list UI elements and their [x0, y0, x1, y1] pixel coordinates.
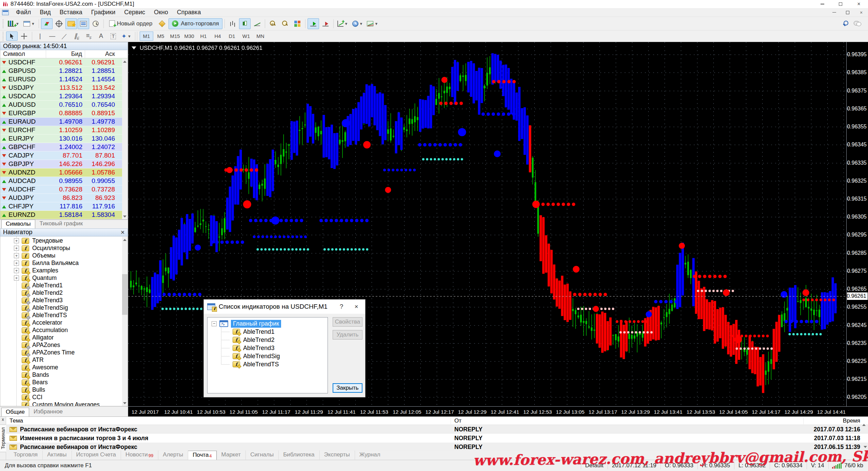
- navigator-item-Accumulation[interactable]: fAccumulation: [0, 327, 127, 334]
- market-watch-row[interactable]: GBPUSD1.288211.28851: [0, 67, 127, 75]
- tile-windows-button[interactable]: [292, 18, 303, 29]
- mail-row[interactable]: Расписание вебинаров от ИнстаФорексNOREP…: [6, 425, 868, 434]
- crosshair-button[interactable]: [18, 32, 30, 41]
- terminal-close-icon[interactable]: x: [2, 417, 4, 422]
- timeframe-H4[interactable]: H4: [211, 32, 224, 41]
- bar-chart-button[interactable]: [227, 18, 238, 29]
- navigator-item-AbleTrend2[interactable]: fAbleTrend2: [0, 289, 127, 297]
- navigator-item-Accelerator[interactable]: fAccelerator: [0, 319, 127, 327]
- navigator-scrollbar[interactable]: [122, 237, 127, 406]
- terminal-tab-Журнал[interactable]: Журнал: [355, 450, 385, 460]
- dialog-root-label[interactable]: Главный график: [231, 320, 281, 328]
- market-watch-row[interactable]: AUDNZD1.056661.05786: [0, 168, 127, 177]
- window-restore-button[interactable]: [831, 0, 850, 8]
- market-watch-row[interactable]: AUDCAD0.989550.99055: [0, 177, 127, 185]
- terminal-tab-Сигналы[interactable]: Сигналы: [245, 450, 278, 460]
- market-watch-row[interactable]: CHFJPY117.816117.916: [0, 202, 127, 211]
- market-watch-row[interactable]: AUDUSD0.765100.76540: [0, 101, 127, 109]
- dialog-help-button[interactable]: ?: [334, 300, 349, 314]
- strategy-tester-button[interactable]: [90, 18, 101, 29]
- column-ask[interactable]: Аск: [85, 50, 117, 58]
- terminal-tab-Алерты[interactable]: Алерты: [158, 450, 188, 460]
- market-watch-row[interactable]: USDJPY113.512113.542: [0, 84, 127, 92]
- terminal-tab-Торговля[interactable]: Торговля: [9, 450, 42, 460]
- market-watch-header[interactable]: Символ Бид Аск: [0, 50, 127, 58]
- expand-icon[interactable]: +: [14, 275, 19, 281]
- templates-button[interactable]: ▼: [365, 18, 380, 29]
- navigator-item-Bands[interactable]: fBands: [0, 371, 127, 379]
- mdi-close-button[interactable]: ×: [854, 8, 868, 17]
- navigator-item-Custom Moving Averages[interactable]: fCustom Moving Averages: [0, 401, 127, 407]
- data-window-button[interactable]: [53, 18, 65, 29]
- navigator-item-Examples[interactable]: +fExamples: [0, 267, 127, 274]
- horizontal-line-button[interactable]: —: [46, 32, 58, 41]
- terminal-vertical-tab[interactable]: Терминал: [0, 424, 6, 452]
- dialog-close-button[interactable]: ×: [349, 300, 364, 314]
- fibonacci-button[interactable]: ≡F: [83, 32, 95, 41]
- auto-trading-toggle[interactable]: Авто-торговля: [169, 18, 222, 29]
- tab-Избранное[interactable]: Избранное: [29, 407, 67, 416]
- navigator-item-Билла Вильямса[interactable]: +fБилла Вильямса: [0, 260, 127, 267]
- scroll-down-arrow[interactable]: [122, 401, 127, 406]
- market-watch-scrollbar[interactable]: [122, 59, 127, 219]
- window-minimize-button[interactable]: [813, 0, 831, 8]
- properties-button[interactable]: Свойства: [333, 317, 362, 327]
- tab-Символы[interactable]: Символы: [1, 220, 35, 228]
- navigator-item-AbleTrendSig[interactable]: fAbleTrendSig: [0, 304, 127, 312]
- column-symbol[interactable]: Символ: [0, 50, 46, 58]
- collapse-icon[interactable]: −: [212, 321, 217, 326]
- dialog-indicator-AbleTrendTS[interactable]: fAbleTrendTS: [208, 360, 328, 368]
- terminal-columns[interactable]: Тема От Время: [6, 417, 868, 425]
- market-watch-row[interactable]: EURUSD1.145241.14554: [0, 75, 127, 84]
- market-watch-toggle[interactable]: [41, 18, 53, 29]
- terminal-toggle[interactable]: [78, 18, 89, 29]
- expand-icon[interactable]: +: [14, 268, 19, 273]
- timeframe-D1[interactable]: D1: [225, 32, 239, 41]
- market-watch-row[interactable]: AUDJPY86.82386.923: [0, 194, 127, 202]
- market-watch-row[interactable]: GBPCHF1.240021.24072: [0, 143, 127, 151]
- line-chart-button[interactable]: [251, 18, 263, 29]
- market-watch-title[interactable]: Обзор рынка: 14:50:41: [0, 42, 128, 50]
- navigator-item-Alligator[interactable]: fAlligator: [0, 334, 127, 342]
- trendline-button[interactable]: ／: [59, 32, 70, 41]
- column-bid[interactable]: Бид: [46, 50, 85, 58]
- equidistant-channel-button[interactable]: ∥E: [71, 32, 82, 41]
- vertical-line-button[interactable]: |: [34, 32, 46, 41]
- terminal-tab-Новости[interactable]: Новости99: [121, 450, 158, 460]
- delete-button[interactable]: Удалить: [333, 330, 362, 340]
- dialog-title-bar[interactable]: Список индикаторов на USDCHF,M1 ? ×: [204, 300, 365, 314]
- navigator-close-icon[interactable]: ✕: [120, 229, 125, 236]
- market-watch-row[interactable]: EURNZD1.581841.58304: [0, 211, 127, 219]
- dialog-indicator-list[interactable]: − Главный график fAbleTrend1fAbleTrend2f…: [207, 317, 328, 393]
- navigator-item-Awesome[interactable]: fAwesome: [0, 364, 127, 371]
- navigator-item-Quantum[interactable]: +fQuantum: [0, 274, 127, 282]
- new-chart-button[interactable]: +▼: [6, 18, 21, 29]
- expand-icon[interactable]: +: [14, 261, 19, 266]
- market-watch-row[interactable]: AUDCHF0.736280.73728: [0, 185, 127, 194]
- text-label-button[interactable]: T: [107, 32, 119, 41]
- market-watch-row[interactable]: USDCAD1.293641.29394: [0, 92, 127, 101]
- market-watch-row[interactable]: GBPJPY146.226146.296: [0, 160, 127, 168]
- text-button[interactable]: A: [95, 32, 107, 41]
- candlestick-chart-button[interactable]: [239, 18, 251, 29]
- new-order-button[interactable]: Новый ордер: [106, 18, 156, 29]
- scrollbar-thumb[interactable]: [122, 274, 127, 315]
- menu-Вид[interactable]: Вид: [35, 8, 55, 17]
- menu-Сервис[interactable]: Сервис: [120, 8, 150, 17]
- navigator-item-APAZones[interactable]: fAPAZones: [0, 342, 127, 349]
- navigator-item-Осцилляторы[interactable]: +fОсцилляторы: [0, 245, 127, 252]
- navigator-item-AbleTrendTS[interactable]: fAbleTrendTS: [0, 312, 127, 319]
- chart-shift-toggle[interactable]: [320, 18, 331, 29]
- mail-row[interactable]: Изменения в расписании торгов 3 и 4 июля…: [6, 434, 868, 443]
- menu-Файл[interactable]: Файл: [12, 8, 35, 17]
- navigator-item-Объемы[interactable]: +fОбъемы: [0, 252, 127, 260]
- menu-Вставка[interactable]: Вставка: [55, 8, 87, 17]
- market-watch-row[interactable]: EURGBP0.888850.88915: [0, 109, 127, 118]
- timeframe-M1[interactable]: M1: [140, 32, 153, 41]
- close-dialog-button[interactable]: Закрыть: [333, 383, 362, 393]
- timeframe-W1[interactable]: W1: [239, 32, 253, 41]
- column-from[interactable]: От: [451, 417, 804, 424]
- price-axis[interactable]: 0.963950.963850.963750.963650.963550.963…: [846, 42, 868, 406]
- tab-Тиковый график[interactable]: Тиковый график: [35, 219, 87, 228]
- cursor-button[interactable]: [6, 32, 18, 41]
